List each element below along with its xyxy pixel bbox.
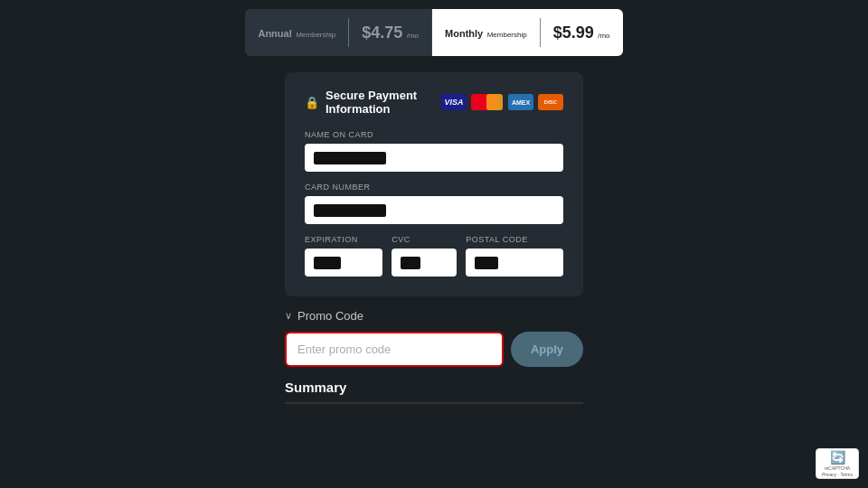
postal-label: POSTAL CODE	[466, 235, 563, 244]
cvc-overlay	[401, 257, 420, 269]
recaptcha-badge: 🔄 reCAPTCHAPrivacy · Terms	[816, 448, 859, 479]
promo-toggle-label: Promo Code	[297, 309, 363, 323]
annual-price-group: $4.75 /mo	[362, 23, 419, 42]
cvc-label: CVC	[392, 235, 457, 244]
promo-code-input[interactable]	[285, 332, 504, 367]
postal-overlay	[475, 257, 498, 269]
name-overlay	[314, 152, 386, 164]
annual-sublabel: Membership	[296, 31, 335, 39]
monthly-per: /mo	[598, 32, 609, 40]
expiration-label: EXPIRATION	[305, 235, 382, 244]
annual-name: Annual	[258, 28, 291, 39]
recaptcha-logo: 🔄	[830, 450, 845, 465]
monthly-sublabel: Membership	[487, 31, 527, 39]
summary-section: Summary	[285, 380, 583, 404]
promo-toggle[interactable]: ∨ Promo Code	[285, 309, 583, 323]
annual-per: /mo	[407, 32, 419, 40]
visa-icon: VISA	[441, 94, 467, 110]
monthly-label-group: Monthly Membership	[445, 24, 527, 41]
expiration-input-wrapper	[305, 249, 382, 277]
promo-input-row: Apply	[285, 332, 583, 367]
card-number-field-group: CARD NUMBER	[305, 183, 563, 224]
mastercard-icon	[471, 94, 496, 110]
monthly-price-group: $5.99 /mo	[553, 23, 610, 42]
payment-section: 🔒 Secure Payment Information VISA AMEX D…	[285, 72, 583, 296]
cvc-input-wrapper	[392, 249, 457, 277]
monthly-name: Monthly	[445, 28, 483, 39]
apply-button[interactable]: Apply	[511, 332, 583, 367]
name-field-group: NAME ON CARD	[305, 130, 563, 172]
page-wrapper: Annual Membership $4.75 /mo Monthly Memb…	[0, 0, 868, 404]
postal-group: POSTAL CODE	[466, 235, 563, 277]
expiration-group: EXPIRATION	[305, 235, 382, 277]
card-number-label: CARD NUMBER	[305, 183, 563, 192]
summary-title: Summary	[285, 380, 583, 395]
membership-toggle: Annual Membership $4.75 /mo Monthly Memb…	[245, 9, 622, 56]
payment-title: Secure Payment Information	[326, 89, 441, 116]
payment-header: 🔒 Secure Payment Information VISA AMEX D…	[305, 89, 563, 116]
recaptcha-label: reCAPTCHAPrivacy · Terms	[822, 465, 853, 477]
annual-inner-sep	[348, 18, 349, 47]
name-input-wrapper	[305, 144, 563, 172]
amex-icon: AMEX	[508, 94, 533, 110]
card-icons: VISA AMEX DISC	[441, 94, 563, 110]
lock-icon: 🔒	[305, 96, 319, 109]
card-details-row: EXPIRATION CVC POSTAL CODE	[305, 235, 563, 277]
card-number-input-wrapper	[305, 196, 563, 224]
cvc-group: CVC	[392, 235, 457, 277]
postal-input-wrapper	[466, 249, 563, 277]
annual-label-group: Annual Membership	[258, 24, 335, 41]
monthly-inner-sep	[540, 18, 541, 47]
promo-section: ∨ Promo Code Apply	[285, 309, 583, 367]
monthly-option[interactable]: Monthly Membership $5.99 /mo	[432, 9, 622, 56]
annual-price: $4.75	[362, 23, 402, 42]
card-number-overlay	[314, 204, 386, 217]
discover-icon: DISC	[538, 94, 563, 110]
name-label: NAME ON CARD	[305, 130, 563, 139]
promo-chevron-icon: ∨	[285, 310, 292, 322]
monthly-price: $5.99	[553, 23, 594, 42]
payment-title-group: 🔒 Secure Payment Information	[305, 89, 441, 116]
annual-option[interactable]: Annual Membership $4.75 /mo	[245, 9, 431, 56]
expiration-overlay	[314, 257, 341, 269]
summary-divider	[285, 402, 583, 404]
